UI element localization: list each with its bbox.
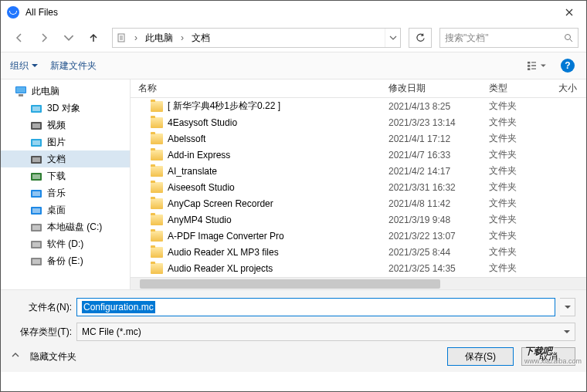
file-type: 文件夹 <box>481 116 551 129</box>
search-box[interactable]: 搜索"文档" <box>439 28 579 48</box>
file-type: 文件夹 <box>481 132 551 145</box>
sidebar-root-label: 此电脑 <box>32 85 59 98</box>
file-date: 2021/3/31 16:32 <box>381 182 481 193</box>
file-row[interactable]: AI_translate2021/4/2 14:17文件夹 <box>131 163 586 179</box>
sidebar-item[interactable]: 下载 <box>1 167 130 184</box>
file-row[interactable]: AnyCap Screen Recorder2021/4/8 11:42文件夹 <box>131 195 586 211</box>
file-date: 2021/3/22 13:07 <box>381 231 481 242</box>
file-date: 2021/4/7 16:33 <box>381 150 481 161</box>
file-name: Add-in Express <box>168 150 230 161</box>
filename-dropdown[interactable] <box>560 298 575 316</box>
file-row[interactable]: Aiseesoft Studio2021/3/31 16:32文件夹 <box>131 179 586 195</box>
hide-folders-link[interactable]: 隐藏文件夹 <box>30 350 439 363</box>
horizontal-scrollbar[interactable] <box>131 277 586 289</box>
search-placeholder: 搜索"文档" <box>445 32 564 45</box>
filename-row: 文件名(N): Configuration.mc <box>12 298 575 316</box>
sidebar-item[interactable]: 备份 (E:) <box>1 252 130 269</box>
file-name: 4Easysoft Studio <box>168 117 237 128</box>
folder-icon <box>151 150 163 161</box>
chevron-down-icon <box>32 64 38 68</box>
new-folder-button[interactable]: 新建文件夹 <box>50 59 97 73</box>
file-row[interactable]: Audio Reader XL projects2021/3/25 14:35文… <box>131 260 586 276</box>
file-row[interactable]: [ 新华字典4秒1步检字0.22 ]2021/4/13 8:25文件夹 <box>131 98 586 114</box>
file-row[interactable]: 4Easysoft Studio2021/3/23 13:14文件夹 <box>131 114 586 130</box>
sidebar-item[interactable]: 本地磁盘 (C:) <box>1 218 130 235</box>
organize-menu[interactable]: 组织 <box>10 59 38 73</box>
cancel-button[interactable]: 取消 <box>521 347 575 366</box>
organize-label: 组织 <box>10 59 29 73</box>
filetype-label: 保存类型(T): <box>12 326 72 339</box>
svg-rect-11 <box>32 123 40 128</box>
chevron-down-icon <box>565 306 571 309</box>
help-button[interactable]: ? <box>558 56 577 75</box>
folder-icon <box>151 166 163 177</box>
recent-dropdown[interactable] <box>58 29 80 47</box>
sidebar-item-icon <box>30 255 42 267</box>
svg-rect-4 <box>528 68 530 70</box>
file-row[interactable]: Abelssoft2021/4/1 17:12文件夹 <box>131 130 586 147</box>
svg-rect-19 <box>32 191 40 196</box>
address-bar[interactable]: › 此电脑 › 文档 <box>112 28 401 48</box>
back-button[interactable] <box>8 29 30 47</box>
main-area: 此电脑 3D 对象视频图片文档下载音乐桌面本地磁盘 (C:)软件 (D:)备份 … <box>1 79 586 289</box>
sidebar-item[interactable]: 文档 <box>1 150 130 167</box>
sidebar-item-icon <box>30 136 42 148</box>
title-bar: All Files <box>1 1 586 24</box>
filename-input[interactable]: Configuration.mc <box>76 298 555 316</box>
file-row[interactable]: AnyMP4 Studio2021/3/19 9:48文件夹 <box>131 211 586 228</box>
file-date: 2021/3/25 8:44 <box>381 247 481 258</box>
forward-button[interactable] <box>33 29 55 47</box>
save-button[interactable]: 保存(S) <box>447 347 514 366</box>
action-row: 隐藏文件夹 保存(S) 取消 <box>12 347 575 366</box>
sidebar-item[interactable]: 3D 对象 <box>1 100 130 117</box>
arrow-right-icon <box>39 32 49 43</box>
app-icon <box>7 6 19 19</box>
file-name: Abelssoft <box>168 133 205 144</box>
breadcrumb-item[interactable]: 此电脑 <box>142 32 176 45</box>
sidebar-item-label: 图片 <box>47 136 66 149</box>
sidebar-item[interactable]: 音乐 <box>1 184 130 201</box>
search-icon <box>564 33 573 42</box>
filetype-select[interactable]: MC File (*.mc) <box>76 323 575 341</box>
sidebar-item-icon <box>30 102 42 114</box>
file-list-body[interactable]: [ 新华字典4秒1步检字0.22 ]2021/4/13 8:25文件夹4Easy… <box>131 98 586 277</box>
expand-folders[interactable] <box>12 351 22 362</box>
up-button[interactable] <box>83 29 104 47</box>
folder-icon <box>151 117 163 128</box>
view-options[interactable] <box>528 56 546 75</box>
file-row[interactable]: Add-in Express2021/4/7 16:33文件夹 <box>131 147 586 163</box>
file-date: 2021/3/23 13:14 <box>381 117 481 128</box>
chevron-down-icon <box>564 330 570 334</box>
folder-icon <box>151 182 163 193</box>
sidebar-item[interactable]: 视频 <box>1 117 130 133</box>
filename-label: 文件名(N): <box>12 301 72 314</box>
sidebar-item[interactable]: 图片 <box>1 133 130 150</box>
col-header-name[interactable]: 名称 <box>131 82 381 95</box>
pc-icon <box>15 85 27 97</box>
sidebar-item[interactable]: 桌面 <box>1 201 130 218</box>
sidebar-item[interactable]: 软件 (D:) <box>1 235 130 252</box>
svg-rect-6 <box>16 87 25 93</box>
address-dropdown[interactable] <box>385 29 400 47</box>
sidebar-root-thispc[interactable]: 此电脑 <box>1 83 130 100</box>
sidebar-item-icon <box>30 204 42 216</box>
svg-rect-17 <box>32 174 40 179</box>
file-name: Audio Reader XL MP3 files <box>168 247 279 258</box>
col-header-date[interactable]: 修改日期 <box>381 82 481 95</box>
breadcrumb-item[interactable]: 文档 <box>188 32 213 45</box>
svg-rect-13 <box>32 140 40 145</box>
folder-icon <box>151 231 163 242</box>
file-row[interactable]: Audio Reader XL MP3 files2021/3/25 8:44文… <box>131 244 586 260</box>
column-headers: 名称 修改日期 类型 大小 <box>131 79 586 98</box>
file-type: 文件夹 <box>481 164 551 177</box>
view-icon <box>528 60 539 71</box>
close-button[interactable] <box>552 1 586 24</box>
col-header-type[interactable]: 类型 <box>481 82 551 95</box>
svg-rect-27 <box>32 259 40 264</box>
col-header-size[interactable]: 大小 <box>551 82 586 95</box>
sidebar[interactable]: 此电脑 3D 对象视频图片文档下载音乐桌面本地磁盘 (C:)软件 (D:)备份 … <box>1 79 131 289</box>
file-name: AnyCap Screen Recorder <box>168 198 273 209</box>
file-row[interactable]: A-PDF Image Converter Pro2021/3/22 13:07… <box>131 228 586 244</box>
sidebar-item-label: 桌面 <box>47 204 66 217</box>
refresh-button[interactable] <box>409 28 432 48</box>
